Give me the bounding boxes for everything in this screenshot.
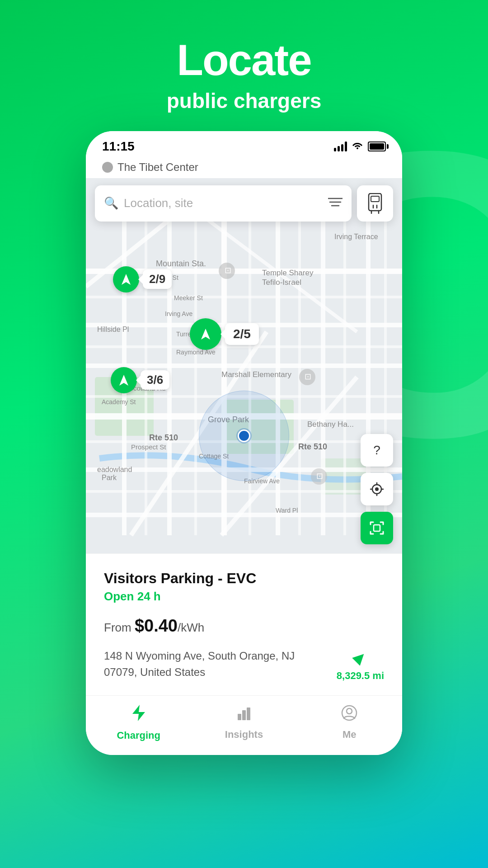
svg-text:Ward Pl: Ward Pl (276, 507, 298, 514)
svg-text:Academy St: Academy St (102, 398, 136, 406)
station-status: Open 24 h (104, 590, 384, 604)
marker-icon-2 (190, 318, 221, 350)
svg-text:Marshall Elementary: Marshall Elementary (221, 370, 291, 379)
svg-marker-71 (201, 329, 210, 340)
charging-nav-label: Charging (117, 730, 160, 741)
svg-rect-26 (194, 196, 197, 535)
map-area: Morris St Mountain Sta. Irving Terrace T… (86, 178, 402, 553)
svg-text:Temple Sharey: Temple Sharey (262, 269, 314, 277)
battery-icon (368, 142, 386, 151)
status-time: 11:15 (102, 139, 135, 154)
location-dot-icon (102, 162, 113, 173)
svg-rect-9 (86, 513, 402, 517)
price-value: $0.40 (135, 616, 178, 635)
nav-distance: 8,329.5 mi (337, 670, 384, 682)
svg-rect-83 (247, 708, 250, 720)
charging-nav-icon (131, 704, 147, 726)
user-location-dot (238, 429, 250, 442)
insights-nav-icon (236, 705, 252, 725)
svg-rect-24 (86, 490, 402, 493)
svg-text:⊡: ⊡ (305, 372, 311, 381)
search-icon: 🔍 (104, 196, 118, 210)
svg-text:⊡: ⊡ (225, 266, 231, 275)
bottom-nav: Charging Insights Me (86, 695, 402, 755)
hero-title: Locate (167, 36, 322, 84)
hero-subtitle: public chargers (167, 89, 322, 113)
svg-rect-29 (343, 196, 346, 535)
svg-marker-80 (132, 705, 145, 721)
svg-text:Prospect St: Prospect St (131, 443, 166, 451)
status-icons (334, 141, 386, 152)
svg-text:Park: Park (102, 474, 117, 481)
signal-icon (334, 142, 347, 151)
svg-text:eadowland: eadowland (97, 466, 132, 473)
svg-text:Rte 510: Rte 510 (149, 433, 178, 442)
me-nav-label: Me (343, 729, 357, 741)
search-bar[interactable]: 🔍 Location, site (95, 185, 352, 222)
help-button[interactable]: ? (361, 434, 393, 467)
svg-marker-70 (122, 274, 131, 285)
marker-icon-1 (113, 266, 139, 292)
phone-mockup: 11:15 The Tibet Center (86, 131, 402, 755)
marker-bubble-2: 2/5 (225, 323, 259, 345)
svg-text:Irving Terrace: Irving Terrace (334, 233, 378, 241)
svg-rect-82 (242, 710, 246, 720)
price-label: From (104, 621, 135, 634)
svg-text:Hillside Pl: Hillside Pl (97, 326, 129, 333)
svg-rect-10 (122, 196, 127, 535)
price-unit: /kWh (178, 621, 204, 634)
svg-rect-20 (86, 296, 402, 298)
station-price: From $0.40/kWh (104, 616, 384, 636)
location-bar: The Tibet Center (86, 158, 402, 178)
me-nav-icon (341, 705, 357, 725)
svg-rect-79 (374, 525, 380, 531)
marker-bubble-3: 3/6 (141, 370, 169, 390)
svg-rect-12 (221, 196, 227, 535)
svg-rect-11 (167, 196, 172, 535)
hero-section: Locate public chargers (167, 0, 322, 131)
svg-text:Rte 510: Rte 510 (298, 442, 327, 451)
wifi-icon (352, 141, 363, 152)
address-line2: 07079, United States (104, 664, 328, 680)
svg-marker-72 (119, 375, 128, 386)
insights-nav-label: Insights (225, 729, 263, 741)
station-card: Visitors Parking - EVC Open 24 h From $0… (86, 553, 402, 695)
svg-rect-14 (321, 196, 325, 535)
search-row: 🔍 Location, site (95, 185, 393, 222)
svg-text:Tefilo-Israel: Tefilo-Israel (262, 278, 301, 287)
charger-type-button[interactable] (357, 185, 393, 222)
scan-button[interactable] (361, 512, 393, 544)
status-bar: 11:15 (86, 131, 402, 158)
svg-rect-81 (238, 714, 241, 720)
map-controls: ? (361, 434, 393, 544)
address-line1: 148 N Wyoming Ave, South Orange, NJ (104, 648, 328, 664)
svg-text:Bethany Ha...: Bethany Ha... (307, 420, 354, 429)
station-address-row: 148 N Wyoming Ave, South Orange, NJ 0707… (104, 646, 384, 682)
filter-icon[interactable] (328, 197, 343, 210)
svg-text:Irving Ave: Irving Ave (165, 310, 192, 317)
svg-point-74 (375, 487, 379, 491)
search-input[interactable]: Location, site (124, 196, 323, 210)
marker-icon-3 (111, 367, 137, 393)
station-address: 148 N Wyoming Ave, South Orange, NJ 0707… (104, 648, 328, 680)
nav-charging[interactable]: Charging (112, 704, 166, 741)
nav-me[interactable]: Me (322, 705, 376, 741)
svg-rect-25 (145, 196, 147, 535)
charger-marker-2[interactable]: 2/5 (190, 318, 259, 350)
navigate-icon: ▲ (346, 643, 375, 671)
location-text: The Tibet Center (117, 161, 198, 174)
svg-rect-65 (371, 196, 379, 202)
svg-text:⊡: ⊡ (316, 472, 323, 481)
station-nav[interactable]: ▲ 8,329.5 mi (337, 646, 384, 682)
svg-text:Meeker St: Meeker St (174, 294, 203, 302)
charger-marker-3[interactable]: 3/6 (111, 367, 169, 393)
marker-bubble-1: 2/9 (143, 269, 172, 289)
svg-point-85 (347, 708, 352, 714)
svg-rect-28 (298, 196, 301, 535)
map-svg: Morris St Mountain Sta. Irving Terrace T… (86, 178, 402, 553)
nav-insights[interactable]: Insights (217, 705, 271, 741)
station-name: Visitors Parking - EVC (104, 570, 384, 587)
locate-me-button[interactable] (361, 473, 393, 505)
charger-marker-1[interactable]: 2/9 (113, 266, 172, 292)
